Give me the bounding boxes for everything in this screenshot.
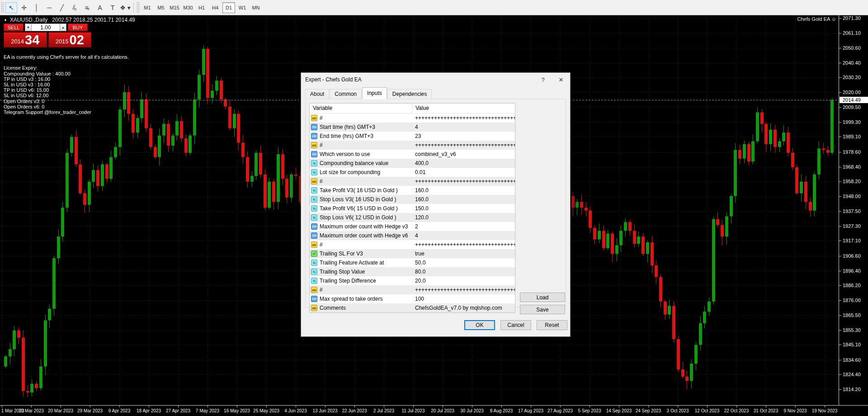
volume-increase-button[interactable]: ▲ bbox=[60, 24, 66, 31]
value-cell[interactable]: ++++++++++++++++++++++++++++++++++... bbox=[412, 241, 515, 248]
value-cell[interactable]: ++++++++++++++++++++++++++++++++++... bbox=[412, 115, 515, 121]
ok-button[interactable]: OK bbox=[464, 320, 495, 330]
toolbar-grip[interactable] bbox=[1, 2, 4, 13]
date-tick-label: 29 Mar 2023 bbox=[77, 408, 103, 413]
column-header-value[interactable]: Value bbox=[412, 104, 515, 113]
date-tick-label: 27 Apr 2023 bbox=[166, 408, 190, 413]
value-cell[interactable]: 23 bbox=[412, 133, 515, 139]
value-cell[interactable]: 400.0 bbox=[412, 160, 515, 166]
timeframe-mn[interactable]: MN bbox=[250, 2, 262, 13]
load-button[interactable]: Load bbox=[520, 293, 565, 302]
int-type-icon: 123 bbox=[311, 151, 317, 157]
price-tick-mark bbox=[839, 63, 841, 63]
variable-cell: 123Max spread to take orders bbox=[310, 296, 412, 302]
value-cell[interactable]: ++++++++++++++++++++++++++++++++++... bbox=[412, 287, 515, 293]
equidistant-channel-icon[interactable]: ⫽E bbox=[69, 2, 80, 13]
variable-label: Take Profit V3( 16 USD in Gold ) bbox=[320, 187, 398, 194]
price-tick-label: 1834.60 bbox=[843, 357, 861, 363]
date-axis[interactable]: 1 Mar 202310 Mar 202320 Mar 202329 Mar 2… bbox=[0, 405, 868, 416]
string-type-icon: ab bbox=[311, 305, 317, 311]
dialog-titlebar[interactable]: Expert - Chefs Gold EA ? ✕ bbox=[301, 73, 570, 86]
date-tick-mark bbox=[119, 406, 120, 407]
input-row: ½Lot size for compounding0.01 bbox=[310, 168, 515, 177]
value-cell[interactable]: 100 bbox=[412, 296, 515, 302]
variable-label: Start time (hrs) GMT+3 bbox=[320, 124, 375, 130]
date-tick-label: 27 Aug 2023 bbox=[547, 408, 573, 413]
reset-button[interactable]: Reset bbox=[537, 320, 567, 330]
trendline-icon[interactable]: ╱ bbox=[56, 2, 68, 13]
sell-price-display[interactable]: 2014 34 bbox=[4, 32, 47, 47]
text-label-icon[interactable]: T bbox=[107, 2, 118, 13]
price-axis[interactable]: 2071.302061.102050.602040.402030.202020.… bbox=[839, 15, 868, 405]
shapes-icon[interactable]: ❖ ▾ bbox=[119, 2, 131, 13]
dialog-help-button[interactable]: ? bbox=[534, 73, 552, 86]
ea-comment-line: Telegram Support @forex_trader_coder bbox=[4, 109, 129, 115]
value-cell[interactable]: 160.0 bbox=[412, 187, 515, 194]
timeframe-m5[interactable]: M5 bbox=[155, 2, 167, 13]
tab-about[interactable]: About bbox=[305, 89, 329, 99]
panel-collapse-icon[interactable]: ▲ bbox=[4, 18, 7, 22]
price-tick-mark bbox=[839, 345, 841, 345]
date-tick-label: 4 Jun 2023 bbox=[284, 408, 307, 413]
variable-label: Trailing SL For V3 bbox=[320, 251, 363, 257]
value-cell[interactable]: combined_v3_v6 bbox=[412, 151, 515, 157]
buy-price-display[interactable]: 2015 02 bbox=[48, 32, 92, 47]
value-cell[interactable]: 50.0 bbox=[412, 260, 515, 266]
vertical-line-icon[interactable]: │ bbox=[31, 2, 42, 13]
value-cell[interactable]: 2 bbox=[412, 223, 515, 230]
variable-label: Lot size for compounding bbox=[320, 169, 380, 175]
value-cell[interactable]: 4 bbox=[412, 124, 515, 130]
timeframe-w1[interactable]: W1 bbox=[236, 2, 249, 13]
value-cell[interactable]: 80.0 bbox=[412, 269, 515, 275]
arrow-text-icon[interactable]: A bbox=[94, 2, 106, 13]
value-cell[interactable]: 150.0 bbox=[412, 205, 515, 212]
timeframe-m1[interactable]: M1 bbox=[141, 2, 154, 13]
fibonacci-icon[interactable]: ≡F bbox=[81, 2, 93, 13]
timeframe-h1[interactable]: H1 bbox=[195, 2, 208, 13]
price-tick-mark bbox=[839, 196, 841, 197]
ea-comment-line: Open Orders v3: 0 bbox=[4, 99, 129, 104]
value-cell[interactable]: 20.0 bbox=[412, 278, 515, 284]
price-tick-label: 2030.20 bbox=[843, 75, 861, 80]
cancel-button[interactable]: Cancel bbox=[500, 320, 531, 330]
value-cell[interactable]: ++++++++++++++++++++++++++++++++++... bbox=[412, 178, 515, 184]
tab-inputs[interactable]: Inputs bbox=[362, 87, 387, 99]
value-cell[interactable]: 4 bbox=[412, 232, 515, 239]
tab-dependencies[interactable]: Dependencies bbox=[387, 89, 432, 99]
variable-label: Which version to use bbox=[320, 151, 370, 157]
buy-button[interactable]: BUY bbox=[68, 24, 88, 31]
price-tick-mark bbox=[839, 48, 841, 48]
value-cell[interactable]: 160.0 bbox=[412, 196, 515, 203]
timeframe-m15[interactable]: M15 bbox=[168, 2, 181, 13]
price-tick-label: 2040.40 bbox=[843, 60, 861, 66]
value-cell[interactable]: 0.01 bbox=[412, 169, 515, 175]
price-tick-label: 1886.20 bbox=[843, 283, 861, 288]
double-type-icon: ½ bbox=[311, 160, 317, 166]
save-button[interactable]: Save bbox=[520, 305, 565, 314]
volume-decrease-button[interactable]: ▼ bbox=[25, 24, 32, 31]
variable-label: Compounding balance value bbox=[320, 160, 388, 166]
timeframe-m30[interactable]: M30 bbox=[182, 2, 194, 13]
value-cell[interactable]: ++++++++++++++++++++++++++++++++++... bbox=[412, 142, 515, 148]
column-header-variable[interactable]: Variable bbox=[310, 104, 412, 113]
dialog-close-button[interactable]: ✕ bbox=[552, 73, 570, 86]
date-tick-label: 9 Nov 2023 bbox=[783, 408, 807, 413]
value-cell[interactable]: 120.0 bbox=[412, 214, 515, 221]
cursor-icon[interactable]: ↖ bbox=[5, 2, 17, 13]
value-cell[interactable]: true bbox=[412, 251, 515, 257]
volume-input[interactable] bbox=[32, 24, 60, 31]
horizontal-line-icon[interactable]: ─ bbox=[43, 2, 55, 13]
variable-cell: abComments bbox=[310, 305, 412, 311]
crosshair-icon[interactable]: ✛ bbox=[18, 2, 30, 13]
timeframe-d1[interactable]: D1 bbox=[222, 2, 235, 13]
sell-button[interactable]: SELL bbox=[4, 24, 24, 31]
tab-common[interactable]: Common bbox=[330, 89, 362, 99]
timeframe-h4[interactable]: H4 bbox=[209, 2, 222, 13]
price-tick-mark bbox=[839, 211, 841, 212]
toolbar-grip2[interactable] bbox=[137, 2, 140, 13]
price-tick-mark bbox=[839, 330, 841, 331]
variable-label: Stop Loss V3( 16 USD in Gold ) bbox=[320, 196, 396, 203]
price-tick-label: 1989.10 bbox=[843, 134, 861, 139]
value-cell[interactable]: ChefsGoldEA_v7.0 by mqlshop.com bbox=[412, 305, 515, 311]
date-tick-label: 20 Jul 2023 bbox=[431, 408, 454, 413]
